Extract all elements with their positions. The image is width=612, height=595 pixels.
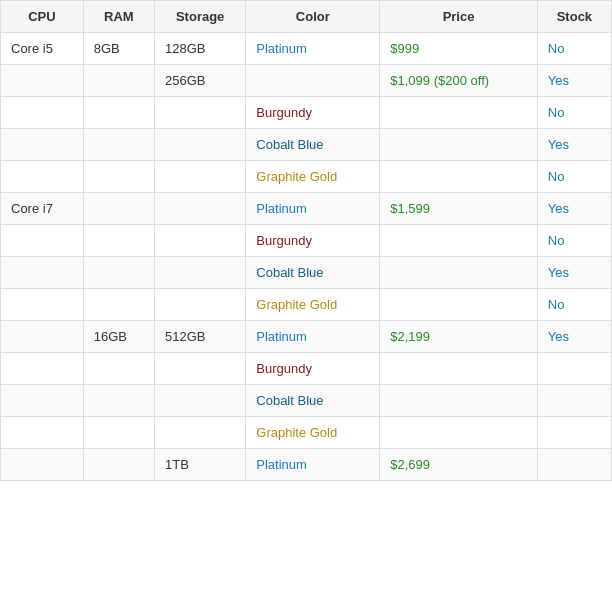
cell-storage <box>155 97 246 129</box>
cell-stock: Yes <box>537 129 611 161</box>
cell-stock: No <box>537 97 611 129</box>
table-row: Graphite GoldNo <box>1 161 612 193</box>
cell-stock: No <box>537 33 611 65</box>
cell-color: Burgundy <box>246 353 380 385</box>
table-row: Graphite GoldNo <box>1 289 612 321</box>
cell-color: Cobalt Blue <box>246 129 380 161</box>
cell-ram <box>83 417 154 449</box>
table-row: 256GB$1,099 ($200 off)Yes <box>1 65 612 97</box>
cell-stock: No <box>537 289 611 321</box>
cell-ram: 8GB <box>83 33 154 65</box>
cell-ram: 16GB <box>83 321 154 353</box>
table-row: Cobalt BlueYes <box>1 129 612 161</box>
cell-stock <box>537 385 611 417</box>
cell-stock: No <box>537 225 611 257</box>
cell-storage <box>155 417 246 449</box>
cell-price: $1,099 ($200 off) <box>380 65 538 97</box>
table-row: Graphite Gold <box>1 417 612 449</box>
table-row: 16GB512GBPlatinum$2,199Yes <box>1 321 612 353</box>
cell-cpu <box>1 449 84 481</box>
table-row: Cobalt BlueYes <box>1 257 612 289</box>
cell-color: Graphite Gold <box>246 289 380 321</box>
table-row: Cobalt Blue <box>1 385 612 417</box>
cell-price <box>380 257 538 289</box>
cell-cpu <box>1 321 84 353</box>
cell-storage: 512GB <box>155 321 246 353</box>
cell-cpu <box>1 97 84 129</box>
product-table: CPU RAM Storage Color Price Stock Core i… <box>0 0 612 481</box>
cell-cpu <box>1 289 84 321</box>
cell-ram <box>83 353 154 385</box>
cell-ram <box>83 193 154 225</box>
cell-stock: Yes <box>537 193 611 225</box>
cell-color <box>246 65 380 97</box>
table-row: Core i7Platinum$1,599Yes <box>1 193 612 225</box>
cell-stock: Yes <box>537 321 611 353</box>
col-header-ram: RAM <box>83 1 154 33</box>
table-row: 1TBPlatinum$2,699 <box>1 449 612 481</box>
cell-ram <box>83 97 154 129</box>
cell-cpu: Core i7 <box>1 193 84 225</box>
cell-ram <box>83 161 154 193</box>
cell-price <box>380 129 538 161</box>
cell-ram <box>83 449 154 481</box>
cell-ram <box>83 289 154 321</box>
cell-cpu: Core i5 <box>1 33 84 65</box>
table-row: BurgundyNo <box>1 225 612 257</box>
table-row: Burgundy <box>1 353 612 385</box>
cell-color: Graphite Gold <box>246 417 380 449</box>
cell-ram <box>83 129 154 161</box>
cell-color: Platinum <box>246 33 380 65</box>
cell-price: $2,199 <box>380 321 538 353</box>
cell-storage <box>155 161 246 193</box>
cell-price <box>380 289 538 321</box>
cell-price <box>380 417 538 449</box>
col-header-color: Color <box>246 1 380 33</box>
table-row: Core i58GB128GBPlatinum$999No <box>1 33 612 65</box>
table-row: BurgundyNo <box>1 97 612 129</box>
cell-stock <box>537 417 611 449</box>
cell-color: Platinum <box>246 449 380 481</box>
cell-cpu <box>1 257 84 289</box>
col-header-price: Price <box>380 1 538 33</box>
cell-color: Platinum <box>246 193 380 225</box>
cell-stock: Yes <box>537 257 611 289</box>
cell-storage <box>155 289 246 321</box>
cell-price <box>380 97 538 129</box>
cell-storage <box>155 353 246 385</box>
cell-stock <box>537 449 611 481</box>
cell-price <box>380 385 538 417</box>
col-header-stock: Stock <box>537 1 611 33</box>
cell-storage: 256GB <box>155 65 246 97</box>
cell-cpu <box>1 129 84 161</box>
cell-stock <box>537 353 611 385</box>
cell-color: Cobalt Blue <box>246 385 380 417</box>
cell-ram <box>83 257 154 289</box>
cell-price <box>380 161 538 193</box>
cell-ram <box>83 385 154 417</box>
cell-cpu <box>1 65 84 97</box>
cell-storage <box>155 225 246 257</box>
cell-price <box>380 225 538 257</box>
cell-storage <box>155 385 246 417</box>
cell-cpu <box>1 417 84 449</box>
cell-ram <box>83 225 154 257</box>
cell-storage: 1TB <box>155 449 246 481</box>
cell-price: $1,599 <box>380 193 538 225</box>
cell-stock: No <box>537 161 611 193</box>
cell-price: $999 <box>380 33 538 65</box>
cell-color: Cobalt Blue <box>246 257 380 289</box>
col-header-storage: Storage <box>155 1 246 33</box>
cell-color: Graphite Gold <box>246 161 380 193</box>
cell-storage <box>155 257 246 289</box>
cell-color: Burgundy <box>246 97 380 129</box>
cell-cpu <box>1 353 84 385</box>
cell-cpu <box>1 385 84 417</box>
cell-cpu <box>1 161 84 193</box>
cell-price <box>380 353 538 385</box>
cell-ram <box>83 65 154 97</box>
cell-storage: 128GB <box>155 33 246 65</box>
cell-price: $2,699 <box>380 449 538 481</box>
cell-cpu <box>1 225 84 257</box>
cell-storage <box>155 193 246 225</box>
